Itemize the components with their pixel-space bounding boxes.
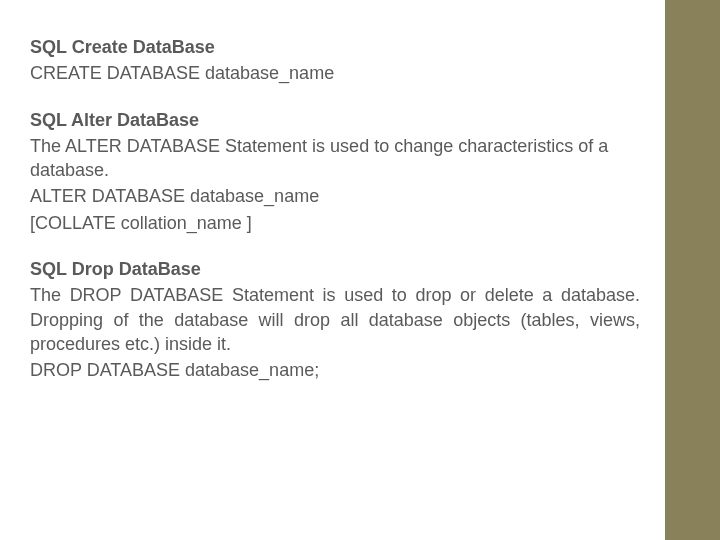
drop-syntax: DROP DATABASE database_name;: [30, 358, 640, 382]
create-syntax: CREATE DATABASE database_name: [30, 61, 640, 85]
section-heading-drop: SQL Drop DataBase: [30, 257, 640, 281]
slide-content: SQL Create DataBase CREATE DATABASE data…: [30, 35, 640, 385]
alter-syntax-line2: [COLLATE collation_name ]: [30, 211, 640, 235]
section-heading-alter: SQL Alter DataBase: [30, 108, 640, 132]
decorative-side-bar: [665, 0, 720, 540]
alter-syntax-line1: ALTER DATABASE database_name: [30, 184, 640, 208]
drop-description: The DROP DATABASE Statement is used to d…: [30, 283, 640, 356]
alter-description: The ALTER DATABASE Statement is used to …: [30, 134, 640, 183]
section-heading-create: SQL Create DataBase: [30, 35, 640, 59]
